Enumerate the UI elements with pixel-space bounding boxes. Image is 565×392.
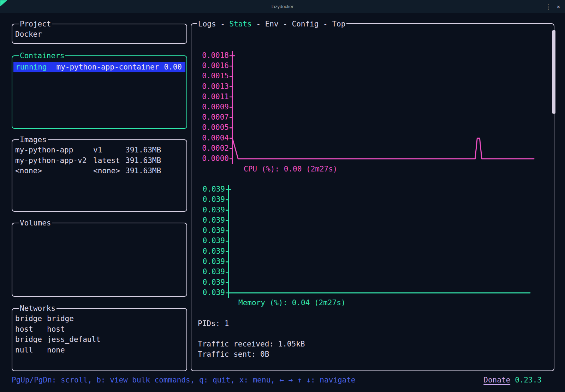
- network-row[interactable]: nullnone: [15, 345, 184, 356]
- networks-panel[interactable]: Networks bridgebridgehosthostbridgejess_…: [12, 308, 187, 371]
- image-name: <none>: [15, 166, 93, 176]
- network-name: bridge: [47, 314, 184, 324]
- tab-separator: -: [319, 20, 332, 28]
- mem-tick-label: 0.039: [194, 277, 225, 288]
- keybindings-help: PgUp/PgDn: scroll, b: view bulk commands…: [12, 375, 356, 385]
- container-cpu-value: 0.00: [164, 62, 182, 72]
- image-size: 391.63MB: [125, 145, 184, 156]
- cpu-chart-title: CPU (%): 0.00 (2m27s): [244, 164, 338, 174]
- cpu-tick-label: 0.0015: [194, 71, 229, 81]
- cpu-tick-label: 0.0005: [194, 122, 229, 133]
- app-version: 0.23.3: [515, 376, 542, 384]
- cpu-chart: [229, 51, 535, 164]
- stats-panel[interactable]: Logs - Stats - Env - Config - Top 0.0018…: [191, 23, 554, 371]
- window-titlebar: lazydocker ⋮ ✕: [0, 0, 565, 13]
- network-driver: null: [15, 345, 47, 356]
- network-driver: bridge: [15, 334, 47, 345]
- view-tabs: Logs - Stats - Env - Config - Top: [197, 19, 346, 29]
- mem-tick-label: 0.039: [194, 215, 225, 225]
- mem-tick-label: 0.039: [194, 267, 225, 277]
- traffic-received-stat: Traffic received: 1.05kB: [198, 339, 305, 349]
- tab-env[interactable]: Env: [265, 20, 279, 28]
- cpu-chart-y-axis-labels: 0.00180.00160.00150.00130.00110.00090.00…: [194, 50, 229, 164]
- close-icon[interactable]: ✕: [557, 4, 560, 10]
- mem-tick-label: 0.039: [194, 257, 225, 267]
- image-tag: <none>: [93, 166, 125, 176]
- network-name: jess_default: [47, 334, 184, 345]
- statusbar-right: Donate0.23.3: [483, 375, 542, 385]
- image-row[interactable]: my-python-appv1391.63MB: [15, 145, 184, 156]
- image-size: 391.63MB: [125, 166, 184, 176]
- donate-link[interactable]: Donate: [483, 376, 510, 384]
- cpu-tick-label: 0.0013: [194, 82, 229, 92]
- image-tag: latest: [93, 156, 125, 166]
- memory-chart: [225, 185, 531, 298]
- mem-tick-label: 0.039: [194, 288, 225, 298]
- image-row[interactable]: <none><none>391.63MB: [15, 166, 184, 176]
- tab-stats[interactable]: Stats: [230, 20, 252, 28]
- image-name: my-python-app: [15, 145, 93, 156]
- stats-scrollbar-thumb[interactable]: [552, 30, 555, 114]
- cpu-tick-label: 0.0018: [194, 50, 229, 61]
- mem-tick-label: 0.039: [194, 236, 225, 246]
- cpu-tick-label: 0.0009: [194, 102, 229, 112]
- mem-tick-label: 0.039: [194, 246, 225, 257]
- project-name[interactable]: Docker: [15, 29, 184, 40]
- project-panel[interactable]: Project Docker: [12, 24, 187, 44]
- network-driver: bridge: [15, 314, 47, 324]
- mem-tick-label: 0.039: [194, 194, 225, 205]
- mem-tick-label: 0.039: [194, 225, 225, 236]
- containers-panel[interactable]: Containers runningmy-python-app-containe…: [12, 55, 187, 129]
- traffic-sent-stat: Traffic sent: 0B: [198, 349, 269, 360]
- cpu-tick-label: 0.0016: [194, 61, 229, 71]
- tab-logs[interactable]: Logs: [198, 20, 216, 28]
- cpu-tick-label: 0.0004: [194, 133, 229, 143]
- image-tag: v1: [93, 145, 125, 156]
- mem-tick-label: 0.039: [194, 205, 225, 215]
- network-name: host: [47, 324, 184, 335]
- tab-config[interactable]: Config: [292, 20, 319, 28]
- kebab-menu-icon[interactable]: ⋮: [545, 3, 551, 10]
- cpu-tick-label: 0.0002: [194, 143, 229, 153]
- tab-separator: -: [252, 20, 265, 28]
- pids-stat: PIDs: 1: [198, 319, 229, 329]
- network-driver: host: [15, 324, 47, 335]
- mem-tick-label: 0.039: [194, 184, 225, 194]
- container-name: my-python-app-container: [56, 62, 159, 72]
- containers-panel-title: Containers: [19, 51, 65, 61]
- tab-separator: -: [216, 20, 230, 28]
- network-row[interactable]: bridgebridge: [15, 314, 184, 324]
- memory-chart-title: Memory (%): 0.04 (2m27s): [238, 298, 345, 308]
- container-status: running: [16, 62, 47, 72]
- network-name: none: [47, 345, 184, 356]
- memory-chart-y-axis-labels: 0.0390.0390.0390.0390.0390.0390.0390.039…: [194, 184, 225, 298]
- resize-corner-indicator: [0, 0, 7, 6]
- image-row[interactable]: my-python-app-v2latest391.63MB: [15, 156, 184, 166]
- cpu-tick-label: 0.0000: [194, 153, 229, 164]
- tab-separator: -: [279, 20, 292, 28]
- cpu-tick-label: 0.0007: [194, 112, 229, 122]
- image-name: my-python-app-v2: [15, 156, 93, 166]
- image-size: 391.63MB: [125, 156, 184, 166]
- cpu-tick-label: 0.0011: [194, 92, 229, 102]
- container-row[interactable]: runningmy-python-app-container0.00: [13, 62, 185, 72]
- volumes-panel[interactable]: Volumes: [12, 223, 187, 297]
- network-row[interactable]: hosthost: [15, 324, 184, 335]
- tab-top[interactable]: Top: [332, 20, 345, 28]
- network-row[interactable]: bridgejess_default: [15, 334, 184, 345]
- window-title: lazydocker: [272, 0, 293, 13]
- images-panel[interactable]: Images my-python-appv1391.63MBmy-python-…: [12, 139, 187, 212]
